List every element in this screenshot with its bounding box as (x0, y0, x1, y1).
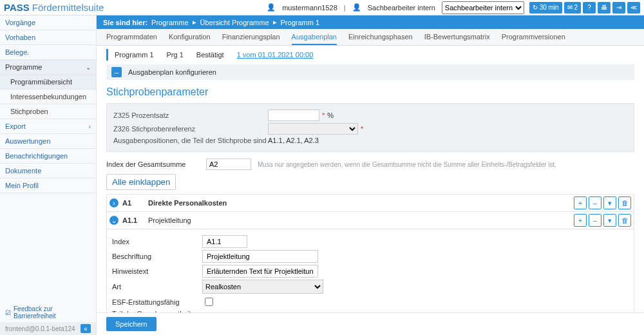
help-button[interactable]: ? (583, 2, 596, 14)
sidebar-item-mein-profil[interactable]: Mein Profil (0, 178, 96, 193)
sidebar-item-belege[interactable]: Belege. (0, 45, 96, 60)
index-input[interactable] (206, 158, 251, 170)
username: mustermann1528 (282, 4, 337, 12)
detail-beschr-label: Beschriftung (112, 253, 202, 260)
program-status: Bestätigt (196, 51, 224, 59)
tab-ausgabenplan[interactable]: Ausgabenplan (292, 29, 337, 45)
sidebar-item-auswertungen[interactable]: Auswertungen (0, 134, 96, 149)
print-button[interactable]: 🖶 (598, 2, 611, 14)
sidebar-item-interessen[interactable]: Interessenbekundungen (0, 90, 96, 104)
brand-sub: Fördermittelsuite (32, 2, 104, 13)
delete-button[interactable]: 🗑 (618, 196, 631, 209)
frontend-version: frontend@0.0.1-beta124 (5, 325, 75, 332)
content: Sie sind hier: Programme ▸ Übersicht Pro… (97, 15, 644, 335)
detail-hinweis-input[interactable] (202, 265, 318, 278)
top-bar: PASS Fördermittelsuite 👤 mustermann1528 … (0, 0, 644, 15)
stichproben-params: Z325 Prozentsatz * % Z326 Stichprobenref… (106, 103, 634, 152)
required-icon: * (361, 125, 363, 133)
sidebar-item-vorgaenge[interactable]: Vorgänge (0, 15, 96, 30)
table-row: › A1 Direkte Personalkosten + – ▾ 🗑 (106, 194, 634, 212)
accessibility-feedback-link[interactable]: ☑ Feedback zur Barrierefreiheit (5, 305, 91, 320)
breadcrumb-link-1[interactable]: Programme (151, 19, 188, 26)
role-select[interactable]: Sachbearbeiter intern (442, 1, 524, 14)
remove-button[interactable]: – (589, 196, 601, 209)
index-summe-row: Index der Gesamtsumme Muss nur angegeben… (106, 158, 634, 170)
sidebar-collapse-button[interactable]: « (80, 324, 91, 333)
detail-hinweis-label: Hinweistext (112, 267, 202, 275)
ref-label: Z326 Stichprobenreferenz (113, 125, 268, 133)
detail-art-select[interactable]: Realkosten (202, 280, 323, 294)
mail-button[interactable]: ✉ 2 (564, 2, 581, 14)
sidebar-item-programme[interactable]: Programme⌄ (0, 60, 96, 75)
panel-collapse-button[interactable]: – (111, 67, 122, 77)
delete-button[interactable]: 🗑 (618, 214, 631, 227)
brand-logo: PASS Fördermittelsuite (4, 2, 104, 13)
top-action-icons: ↻ 30 min ✉ 2 ? 🖶 ⇥ ≪ (529, 2, 640, 14)
program-version-link[interactable]: 1 vom 01.01.2021 00:00 (237, 51, 314, 59)
detail-index-input[interactable] (202, 235, 247, 248)
add-button[interactable]: + (574, 196, 587, 209)
program-short: Prg 1 (167, 51, 184, 59)
sidebar-item-vorhaben[interactable]: Vorhaben (0, 30, 96, 45)
row-code: A1 (122, 199, 148, 207)
tab-einreichungsphasen[interactable]: Einreichungsphasen (348, 29, 413, 45)
session-timer-button[interactable]: ↻ 30 min (529, 2, 562, 14)
breadcrumb: Sie sind hier: Programme ▸ Übersicht Pro… (97, 15, 644, 29)
row-detail: Index Beschriftung Hinweistext ArtRealko… (106, 229, 634, 312)
sidebar: Vorgänge Vorhaben Belege. Programme⌄ Pro… (0, 15, 97, 335)
required-icon: * (322, 111, 325, 119)
tab-finanzierungsplan[interactable]: Finanzierungsplan (222, 29, 280, 45)
sidebar-item-benachrichtigungen[interactable]: Benachrichtigungen (0, 149, 96, 164)
save-button[interactable]: Speichern (106, 317, 156, 331)
tab-programmversionen[interactable]: Programmversionen (502, 29, 565, 45)
role-label: Sachbearbeiter intern (368, 4, 435, 12)
pct-unit: % (327, 111, 334, 119)
detail-esf-checkbox[interactable] (205, 298, 213, 306)
sidebar-item-export[interactable]: Export› (0, 119, 96, 134)
row-label: Direkte Personalkosten (148, 199, 574, 207)
footer-bar: Speichern (97, 312, 644, 335)
pos-value: A1.1, A2.1, A2.3 (268, 137, 319, 144)
remove-button[interactable]: – (589, 214, 601, 227)
add-button[interactable]: + (574, 214, 587, 227)
tab-ib-bewertungsmatrix[interactable]: IB-Bewertungsmatrix (424, 29, 490, 45)
program-version-row: Programm 1 Prg 1 Bestätigt 1 vom 01.01.2… (106, 49, 634, 61)
tab-konfiguration[interactable]: Konfiguration (169, 29, 211, 45)
index-hint: Muss nur angegeben werden, wenn die Gesa… (258, 161, 556, 168)
user-icon: 👤 (267, 3, 276, 12)
panel-title: Ausgabenplan konfigurieren (128, 68, 216, 76)
detail-esf-label: ESF-Erstattungsfähig (112, 298, 202, 306)
collapse-icon[interactable]: ⌄ (109, 216, 118, 225)
frontend-version-bar: frontend@0.0.1-beta124 « (0, 322, 96, 335)
logout-button[interactable]: ⇥ (612, 2, 625, 14)
side-nav: Vorgänge Vorhaben Belege. Programme⌄ Pro… (0, 15, 96, 303)
panel-header: – Ausgabenplan konfigurieren (106, 64, 634, 80)
table-row: ⌄ A1.1 Projektleitung + – ▾ 🗑 (106, 212, 634, 229)
sidebar-item-stichproben[interactable]: Stichproben (0, 104, 96, 119)
section-title: Stichprobenparameter (106, 86, 634, 98)
row-code: A1.1 (122, 216, 148, 224)
expand-button[interactable]: ≪ (627, 2, 640, 14)
sidebar-item-dokumente[interactable]: Dokumente (0, 164, 96, 178)
movedown-button[interactable]: ▾ (603, 196, 616, 209)
detail-art-label: Art (112, 283, 202, 291)
sidebar-item-programmuebersicht[interactable]: Programmübersicht (0, 75, 96, 90)
collapse-all-button[interactable]: Alle einklappen (106, 174, 176, 190)
movedown-button[interactable]: ▾ (603, 214, 616, 227)
breadcrumb-link-2[interactable]: Übersicht Programme (200, 19, 269, 26)
breadcrumb-current: Programm 1 (281, 19, 320, 26)
program-name: Programm 1 (115, 51, 154, 59)
chevron-right-icon: › (89, 123, 91, 130)
pct-label: Z325 Prozentsatz (113, 111, 268, 119)
expand-icon[interactable]: › (109, 198, 118, 207)
pos-label: Ausgabenpositionen, die Teil der Stichpr… (113, 137, 268, 144)
detail-beschr-input[interactable] (202, 250, 318, 263)
row-label: Projektleitung (148, 216, 574, 224)
ref-select[interactable] (268, 123, 358, 135)
checkbox-icon: ☑ (5, 309, 11, 316)
pct-input[interactable] (268, 110, 319, 121)
chevron-down-icon: ⌄ (86, 64, 91, 71)
tab-programmdaten[interactable]: Programmdaten (106, 29, 157, 45)
brand-bold: PASS (4, 2, 30, 13)
breadcrumb-prefix: Sie sind hier: (103, 19, 147, 26)
